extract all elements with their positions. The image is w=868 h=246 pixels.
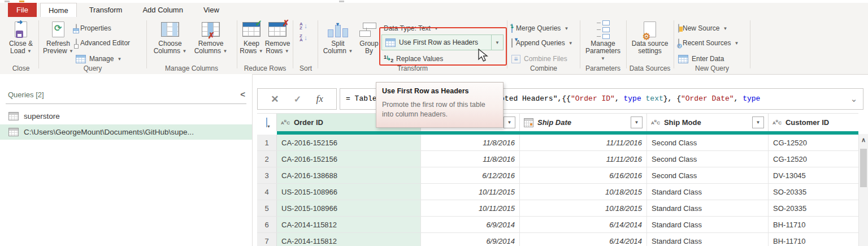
tab-transform[interactable]: Transform [81, 3, 131, 17]
split-column-icon: ▼ [328, 20, 348, 39]
manage-button[interactable]: Manage ▼ [76, 53, 121, 65]
collapse-pane-icon[interactable]: < [240, 89, 245, 99]
cell-ship-date[interactable]: 6/16/2016 [520, 167, 647, 183]
cell-ship-mode[interactable]: Second Class [647, 135, 769, 150]
cell-customer-id[interactable]: BH-11710 [769, 233, 858, 246]
keep-rows-button[interactable]: ✓ Keep Rows ▼ [239, 20, 264, 55]
split-column-button[interactable]: ▼ Split Column ▼ [322, 20, 354, 55]
cell-order-id[interactable]: CA-2016-138688 [277, 167, 421, 183]
column-header-ship-date[interactable]: Ship Date ▼ [520, 114, 647, 131]
enter-data-button[interactable]: Enter Data [678, 53, 724, 65]
scroll-up-icon[interactable]: ∧ [859, 134, 868, 145]
merge-queries-button[interactable]: ↴ Merge Queries ▼ [511, 22, 568, 34]
cell-order-date[interactable]: 6/12/2016 [421, 167, 520, 183]
cell-ship-date[interactable]: 6/14/2014 [520, 217, 647, 232]
row-number[interactable]: 3 [257, 167, 277, 183]
cell-customer-id[interactable]: CG-12520 [769, 135, 858, 150]
cell-order-id[interactable]: US-2015-108966 [277, 200, 421, 216]
cell-order-date[interactable]: 10/11/2015 [421, 200, 520, 216]
column-header-ship-mode[interactable]: ABC Ship Mode ▼ [647, 114, 769, 131]
text-type-icon: ABC [281, 119, 290, 126]
new-source-button[interactable]: New Source ▼ [678, 22, 727, 34]
tab-file[interactable]: File [8, 3, 37, 17]
cell-order-date[interactable]: 11/8/2016 [421, 151, 520, 167]
row-number[interactable]: 1 [257, 135, 277, 150]
cancel-formula-icon[interactable]: ✕ [271, 93, 279, 105]
use-first-row-dropdown[interactable]: ▼ [491, 35, 503, 50]
new-source-icon [678, 24, 679, 32]
cell-order-date[interactable]: 10/11/2015 [421, 184, 520, 200]
cell-customer-id[interactable]: SO-20335 [769, 184, 858, 200]
use-first-row-as-headers-button[interactable]: Use First Row as Headers ▼ [381, 34, 504, 50]
tooltip-body: Promote the first row of this table into… [382, 100, 495, 119]
cell-customer-id[interactable]: CG-12520 [769, 151, 858, 167]
properties-button[interactable]: Properties [76, 22, 111, 34]
row-number[interactable]: 6 [257, 217, 277, 232]
cell-ship-date[interactable]: 11/11/2016 [520, 151, 647, 167]
cell-ship-date[interactable]: 10/18/2015 [520, 184, 647, 200]
dropdown-caret-icon: ▼ [285, 49, 289, 54]
close-and-load-button[interactable]: ➜ Close & Load ▼ [6, 20, 36, 55]
row-number[interactable]: 4 [257, 184, 277, 200]
table-row: 6 CA-2014-115812 6/9/2014 6/14/2014 Stan… [257, 217, 858, 233]
cell-ship-mode[interactable]: Standard Class [647, 184, 769, 200]
filter-dropdown-icon[interactable]: ▼ [631, 116, 643, 128]
choose-columns-button[interactable]: Choose Columns ▼ [152, 20, 188, 55]
cell-customer-id[interactable]: DV-13045 [769, 167, 858, 183]
column-header-customer-id[interactable]: ABC Customer ID [769, 114, 858, 131]
cell-ship-date[interactable]: 10/18/2015 [520, 200, 647, 216]
data-type-button[interactable]: Data Type: Text ▼ [384, 22, 439, 34]
cell-ship-mode[interactable]: Standard Class [647, 233, 769, 246]
cell-ship-date[interactable]: 11/11/2016 [520, 135, 647, 150]
data-source-settings-button[interactable]: ⚙ Data source settings [630, 20, 670, 55]
scrollbar-thumb[interactable] [860, 149, 867, 187]
advanced-editor-button[interactable]: Advanced Editor [76, 37, 130, 49]
cell-order-id[interactable]: CA-2014-115812 [277, 217, 421, 232]
query-item-superstore[interactable]: superstore [0, 109, 252, 124]
vertical-scrollbar[interactable]: ∧ [858, 134, 868, 246]
group-label-new-query: New Query [676, 64, 748, 72]
tab-home[interactable]: Home [40, 3, 77, 17]
formula-expand-chevron-icon[interactable]: ⌄ [847, 90, 861, 107]
cell-ship-mode[interactable]: Second Class [647, 167, 769, 183]
filter-dropdown-icon[interactable]: ▼ [504, 116, 515, 128]
cell-ship-mode[interactable]: Second Class [647, 151, 769, 167]
cell-ship-mode[interactable]: Standard Class [647, 217, 769, 232]
dropdown-caret-icon: ▼ [69, 49, 73, 54]
row-number[interactable]: 5 [257, 200, 277, 216]
query-table-icon [8, 128, 19, 136]
cell-order-date[interactable]: 6/9/2014 [421, 217, 520, 232]
cell-order-id[interactable]: US-2015-108966 [277, 184, 421, 200]
manage-parameters-button[interactable]: Manage Parameters ▼ [583, 20, 623, 62]
query-item-selected[interactable]: C:\Users\GeorgeMount\Documents\GitHub\su… [0, 124, 252, 140]
fx-icon[interactable]: fx [316, 93, 323, 105]
select-all-corner[interactable]: ▼ [257, 114, 277, 131]
cell-order-id[interactable]: CA-2016-152156 [277, 151, 421, 167]
commit-formula-icon[interactable]: ✓ [294, 94, 301, 105]
sort-ascending-button[interactable]: AZ↓ [300, 22, 307, 30]
refresh-preview-button[interactable]: ⟳ Refresh Preview ▼ [42, 20, 75, 55]
sort-descending-button[interactable]: ZA↓ [300, 34, 307, 42]
recent-sources-button[interactable]: ◷ Recent Sources ▼ [678, 37, 739, 49]
group-by-button[interactable]: Group By [357, 20, 381, 55]
append-queries-button[interactable]: ▼ Append Queries ▼ [511, 37, 573, 49]
tab-view[interactable]: View [196, 3, 227, 17]
cell-order-date[interactable]: 11/8/2016 [421, 135, 520, 150]
cell-order-date[interactable]: 6/9/2014 [421, 233, 520, 246]
row-number[interactable]: 2 [257, 151, 277, 167]
dropdown-caret-icon: ▼ [564, 26, 568, 31]
replace-values-button[interactable]: 1↳2 Replace Values [384, 53, 443, 65]
filter-dropdown-icon[interactable]: ▼ [752, 116, 764, 128]
cell-ship-date[interactable]: 6/14/2014 [520, 233, 647, 246]
queries-pane-header: Queries [2] [8, 90, 44, 99]
cell-customer-id[interactable]: BH-11710 [769, 217, 858, 232]
remove-rows-button[interactable]: ✗ Remove Rows ▼ [264, 20, 291, 55]
cell-customer-id[interactable]: SO-20335 [769, 200, 858, 216]
cell-ship-mode[interactable]: Standard Class [647, 200, 769, 216]
remove-columns-button[interactable]: ✗ Remove Columns ▼ [192, 20, 230, 55]
cell-order-id[interactable]: CA-2014-115812 [277, 233, 421, 246]
cell-order-id[interactable]: CA-2016-152156 [277, 135, 421, 150]
tab-add-column[interactable]: Add Column [134, 3, 191, 17]
row-number[interactable]: 7 [257, 233, 277, 246]
recent-sources-icon: ◷ [678, 39, 679, 47]
